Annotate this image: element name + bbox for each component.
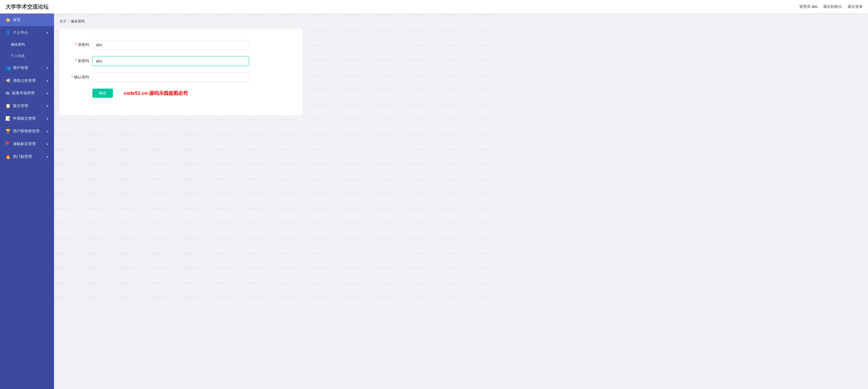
required-star-old: * <box>75 42 77 47</box>
sidebar-item-personal[interactable]: 👤 个人中心 ∧ <box>0 26 54 39</box>
sidebar: 🏠 首页 👤 个人中心 ∧ 修改密码 个人信息 👥 用户管理 ∨ 📢 系统公告管… <box>0 13 54 389</box>
header: 大学学术交流论坛 管理员 abo 退出到前台 退出登录 <box>0 0 868 13</box>
users-icon: 👥 <box>5 65 11 70</box>
form-card: *原密码 *新密码 *确认密码 确定 code51. <box>59 29 303 115</box>
hot-icon: 🔥 <box>5 154 11 159</box>
form-row-confirm-password: *确认密码 <box>67 72 294 82</box>
new-password-label: *新密码 <box>67 59 89 63</box>
sidebar-item-honor-board[interactable]: 🏆 用户荣誉榜管理 ∨ <box>0 125 54 138</box>
watermark-notice: code51.cn-源码乐园盗图必究 <box>124 90 188 96</box>
sidebar-item-home[interactable]: 🏠 首页 <box>0 13 54 26</box>
sidebar-item-post-flag[interactable]: 🚩 发帖标兵管理 ∨ <box>0 138 54 150</box>
breadcrumb-current: 修改密码 <box>71 19 85 24</box>
sidebar-sub-item-change-password-label: 修改密码 <box>11 42 25 47</box>
chevron-down-icon-3: ∨ <box>46 79 49 83</box>
sidebar-item-user-manage-label: 用户管理 <box>13 66 28 70</box>
personal-icon: 👤 <box>5 30 11 35</box>
required-star-new: * <box>75 59 77 63</box>
sidebar-sub-item-personal-info[interactable]: 个人信息 <box>0 50 54 62</box>
form-row-new-password: *新密码 <box>67 56 294 66</box>
sidebar-item-user-manage[interactable]: 👥 用户管理 ∨ <box>0 62 54 74</box>
sidebar-item-hot-post-label: 热门贴管理 <box>13 154 32 159</box>
admin-label: 管理员 abo <box>799 4 818 9</box>
chevron-down-icon-2: ∨ <box>46 66 49 70</box>
sidebar-item-post-flag-label: 发帖标兵管理 <box>13 142 36 146</box>
flea-market-icon: 🛍 <box>5 91 10 96</box>
form-row-old-password: *原密码 <box>67 40 294 50</box>
chevron-down-icon-4: ∨ <box>46 91 49 95</box>
honor-icon: 🏆 <box>5 128 11 134</box>
sidebar-item-honor-board-label: 用户荣誉榜管理 <box>13 129 39 134</box>
chevron-down-icon: ∧ <box>46 31 49 35</box>
chevron-down-icon-6: ∨ <box>46 117 49 120</box>
sidebar-sub-item-change-password[interactable]: 修改密码 <box>0 39 54 50</box>
confirm-password-label: *确认密码 <box>67 75 89 80</box>
required-star-confirm: * <box>71 75 73 79</box>
logout-link[interactable]: 退出登录 <box>847 4 863 9</box>
sidebar-item-personal-label: 个人中心 <box>13 30 28 35</box>
sidebar-item-hot-post[interactable]: 🔥 热门贴管理 ∨ <box>0 150 54 163</box>
layout: 🏠 首页 👤 个人中心 ∧ 修改密码 个人信息 👥 用户管理 ∨ 📢 系统公告管… <box>0 13 868 389</box>
chevron-down-icon-8: ∨ <box>46 142 49 146</box>
new-password-input[interactable] <box>92 56 249 66</box>
sidebar-item-home-label: 首页 <box>13 18 21 23</box>
board-icon: 📋 <box>5 103 11 108</box>
sidebar-item-board-manage-label: 版主管理 <box>13 103 28 108</box>
old-password-input[interactable] <box>92 40 249 50</box>
breadcrumb: 首页 / 修改密码 <box>59 19 863 24</box>
sidebar-item-board-manage[interactable]: 📋 版主管理 ∨ <box>0 99 54 112</box>
breadcrumb-home[interactable]: 首页 <box>59 19 66 24</box>
sidebar-item-flea-market-label: 跳蚤市场管理 <box>12 91 35 96</box>
old-password-label: *原密码 <box>67 42 89 47</box>
apply-icon: 📝 <box>5 116 11 121</box>
home-icon: 🏠 <box>5 17 11 23</box>
chevron-down-icon-9: ∨ <box>46 155 49 158</box>
announcement-icon: 📢 <box>5 78 11 83</box>
confirm-button[interactable]: 确定 <box>92 89 113 98</box>
header-actions: 管理员 abo 退出到前台 退出登录 <box>799 4 863 9</box>
breadcrumb-separator: / <box>68 20 69 24</box>
sidebar-sub-item-personal-info-label: 个人信息 <box>11 54 25 58</box>
form-actions-row: 确定 code51.cn-源码乐园盗图必究 <box>67 89 294 98</box>
chevron-down-icon-5: ∨ <box>46 104 49 108</box>
site-title: 大学学术交流论坛 <box>5 3 49 10</box>
sidebar-item-apply-board-label: 申请版主管理 <box>13 116 36 121</box>
sidebar-item-apply-board[interactable]: 📝 申请版主管理 ∨ <box>0 112 54 125</box>
sidebar-item-announcement[interactable]: 📢 系统公告管理 ∨ <box>0 74 54 87</box>
sidebar-item-flea-market[interactable]: 🛍 跳蚤市场管理 ∨ <box>0 87 54 99</box>
flag-icon: 🚩 <box>5 141 11 146</box>
back-to-front-link[interactable]: 退出到前台 <box>823 4 842 9</box>
sidebar-item-announcement-label: 系统公告管理 <box>13 78 36 83</box>
chevron-down-icon-7: ∨ <box>46 129 49 133</box>
main-content: code51.cncode51.cncode51.cncode51.cncode… <box>54 13 868 389</box>
confirm-password-input[interactable] <box>92 72 249 82</box>
